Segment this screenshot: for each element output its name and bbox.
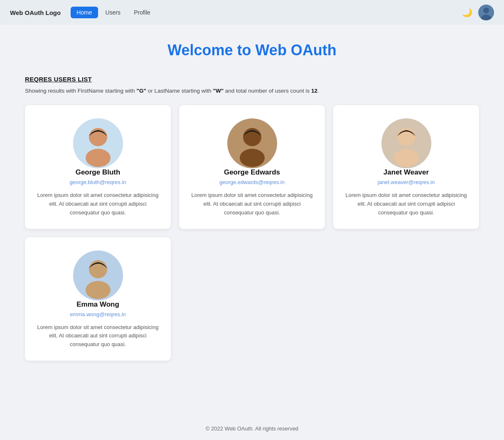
svg-point-8 — [240, 149, 265, 167]
user-name: George Edwards — [224, 168, 280, 177]
user-email: janet.weaver@reqres.in — [378, 179, 435, 185]
users-grid: George Bluth george.bluth@reqres.in Lore… — [25, 105, 479, 361]
user-bio: Lorem ipsum dolor sit amet consectetur a… — [35, 323, 161, 349]
user-name: Emma Wong — [76, 300, 119, 309]
user-avatar-0 — [73, 118, 123, 168]
nav-links: Home Users Profile — [71, 7, 455, 18]
user-avatar-3 — [73, 251, 123, 300]
title-highlight: Web OAuth — [256, 42, 337, 59]
user-card: Emma Wong emma.wong@reqres.in Lorem ipsu… — [25, 237, 171, 361]
user-avatar[interactable] — [478, 5, 494, 20]
users-section: REQRES USERS LIST Showing results with F… — [25, 76, 479, 361]
footer-text: © 2022 Web OAuth. All rights reserved — [206, 425, 298, 432]
user-email: emma.wong@reqres.in — [70, 311, 126, 317]
svg-point-14 — [86, 281, 111, 299]
user-bio: Lorem ipsum dolor sit amet consectetur a… — [343, 191, 469, 217]
user-name: George Bluth — [76, 168, 120, 177]
user-bio: Lorem ipsum dolor sit amet consectetur a… — [35, 191, 161, 217]
title-prefix: Welcome to — [167, 42, 255, 59]
nav-link-profile[interactable]: Profile — [128, 7, 156, 18]
user-name: Janet Weaver — [384, 168, 429, 177]
user-card: George Bluth george.bluth@reqres.in Lore… — [25, 105, 171, 229]
footer: © 2022 Web OAuth. All rights reserved — [0, 417, 504, 440]
user-email: george.edwards@reqres.in — [219, 179, 285, 185]
user-card: George Edwards george.edwards@reqres.in … — [179, 105, 325, 229]
page-title: Welcome to Web OAuth — [25, 42, 479, 59]
svg-point-5 — [86, 149, 111, 167]
dark-mode-icon[interactable]: 🌙 — [462, 7, 472, 17]
user-bio: Lorem ipsum dolor sit amet consectetur a… — [189, 191, 315, 217]
nav-logo: Web OAuth Logo — [10, 9, 61, 16]
user-avatar-2 — [381, 118, 431, 168]
main-content: Welcome to Web OAuth REQRES USERS LIST S… — [0, 25, 504, 417]
svg-point-11 — [394, 149, 419, 167]
svg-point-1 — [483, 7, 489, 13]
user-avatar-1 — [227, 118, 277, 168]
navbar: Web OAuth Logo Home Users Profile 🌙 — [0, 0, 504, 25]
user-email: george.bluth@reqres.in — [69, 179, 126, 185]
nav-right: 🌙 — [462, 5, 494, 20]
section-heading: REQRES USERS LIST — [25, 76, 479, 83]
nav-link-users[interactable]: Users — [100, 7, 127, 18]
user-card: Janet Weaver janet.weaver@reqres.in Lore… — [333, 105, 479, 229]
nav-link-home[interactable]: Home — [71, 7, 98, 18]
filter-description: Showing results with FirstName starting … — [25, 87, 479, 95]
